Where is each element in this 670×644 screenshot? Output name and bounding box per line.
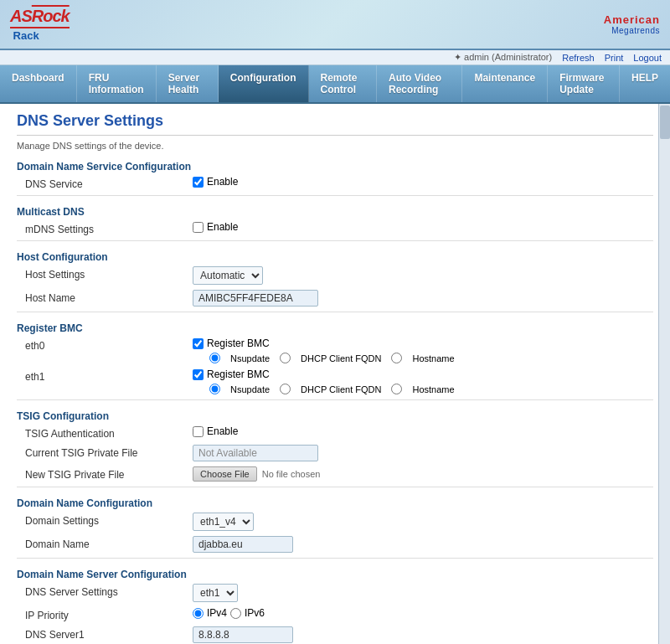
- row-domain-name: Domain Name djabba.eu: [17, 536, 653, 553]
- eth0-bmc-top: Register BMC: [193, 337, 455, 349]
- dns-service-control: Enable: [193, 176, 238, 188]
- current-tsig-control: Not Available: [193, 445, 318, 461]
- ami-logo-american: American: [604, 13, 660, 26]
- nav-help[interactable]: HELP: [620, 65, 670, 102]
- row-dns-server-settings: DNS Server Settings eth1 eth0: [17, 584, 653, 602]
- nav-auto-video[interactable]: Auto Video Recording: [377, 65, 462, 102]
- print-link[interactable]: Print: [605, 53, 624, 63]
- eth0-hostname-radio[interactable]: [391, 353, 402, 363]
- eth0-bmc-options: Nsupdate DHCP Client FQDN Hostname: [193, 353, 455, 363]
- eth0-label: eth0: [25, 337, 193, 352]
- eth0-dhcp-radio[interactable]: [280, 353, 291, 363]
- row-dns-service: DNS Service Enable: [17, 176, 653, 190]
- eth1-bmc-top: Register BMC: [193, 368, 455, 380]
- dns-server-settings-control: eth1 eth0: [193, 584, 238, 602]
- eth0-register-bmc-checkbox[interactable]: [193, 338, 204, 349]
- host-name-control: AMIBC5FF4FEDE8A: [193, 290, 318, 307]
- eth1-bmc-block: Register BMC Nsupdate DHCP Client FQDN H…: [193, 368, 455, 394]
- ipv6-radio[interactable]: [230, 608, 241, 619]
- eth1-register-bmc-checkbox[interactable]: [193, 369, 204, 380]
- eth0-nsupdate-label: Nsupdate: [230, 353, 270, 363]
- main-content: DNS Server Settings Manage DNS settings …: [0, 104, 670, 644]
- eth0-nsupdate-radio[interactable]: [209, 353, 220, 363]
- row-tsig-auth: TSIG Authentication Enable: [17, 425, 653, 440]
- row-host-settings: Host Settings Automatic Manual: [17, 266, 653, 285]
- username: admin: [464, 52, 489, 62]
- section-dns-server: Domain Name Server Configuration: [17, 569, 653, 580]
- dns-server1-label: DNS Server1: [25, 626, 193, 641]
- file-input-area: Choose File No file chosen: [193, 466, 320, 482]
- domain-name-label: Domain Name: [25, 536, 193, 550]
- section-host-config: Host Configuration: [17, 251, 653, 263]
- dns-server-select[interactable]: eth1 eth0: [193, 584, 238, 602]
- dns-service-checkbox[interactable]: [193, 177, 204, 188]
- mdns-label: mDNS Settings: [25, 221, 193, 235]
- section-register-bmc: Register BMC: [17, 322, 653, 334]
- row-eth1: eth1 Register BMC Nsupdate DHCP Client F…: [17, 368, 653, 394]
- eth1-hostname-radio[interactable]: [391, 384, 402, 394]
- eth0-hostname-label: Hostname: [412, 353, 454, 363]
- tsig-auth-label: TSIG Authentication: [25, 425, 193, 440]
- dns-server-settings-label: DNS Server Settings: [25, 584, 193, 598]
- ipv6-label: IPv6: [245, 607, 265, 619]
- nav-dashboard[interactable]: Dashboard: [0, 65, 77, 102]
- tsig-auth-control: Enable: [193, 425, 238, 437]
- refresh-link[interactable]: Refresh: [562, 53, 595, 63]
- host-name-label: Host Name: [25, 290, 193, 304]
- domain-name-input[interactable]: djabba.eu: [193, 536, 293, 553]
- host-name-input[interactable]: AMIBC5FF4FEDE8A: [193, 290, 318, 307]
- eth1-register-bmc-label: Register BMC: [207, 368, 270, 380]
- choose-file-button[interactable]: Choose File: [193, 466, 257, 482]
- rack-logo-text: Rack: [10, 27, 70, 42]
- tsig-auth-checkbox[interactable]: [193, 426, 204, 437]
- ipv4-radio[interactable]: [193, 608, 204, 619]
- page-description: Manage DNS settings of the device.: [17, 141, 653, 151]
- eth1-nsupdate-radio[interactable]: [209, 384, 220, 394]
- nav-bar: Dashboard FRU Information Server Health …: [0, 65, 670, 104]
- current-tsig-label: Current TSIG Private File: [25, 445, 193, 459]
- domain-name-control: djabba.eu: [193, 536, 293, 553]
- logout-link[interactable]: Logout: [633, 53, 662, 63]
- eth1-label: eth1: [25, 368, 193, 383]
- nav-configuration[interactable]: Configuration: [219, 65, 309, 102]
- dns-service-label: DNS Service: [25, 176, 193, 190]
- nav-firmware-update[interactable]: Firmware Update: [548, 65, 620, 102]
- tsig-enable-label: Enable: [207, 425, 238, 437]
- domain-settings-control: eth1_v4 eth0_v4 eth0_v6 eth1_v6: [193, 513, 254, 531]
- eth0-dhcp-label: DHCP Client FQDN: [301, 353, 381, 363]
- nav-maintenance[interactable]: Maintenance: [462, 65, 548, 102]
- mdns-enable-label: Enable: [207, 221, 238, 233]
- mdns-checkbox[interactable]: [193, 222, 204, 233]
- nav-fru-information[interactable]: FRU Information: [77, 65, 157, 102]
- row-ip-priority: IP Priority IPv4 IPv6: [17, 607, 653, 621]
- eth1-dhcp-radio[interactable]: [280, 384, 291, 394]
- host-settings-label: Host Settings: [25, 266, 193, 281]
- logo-area: ASRock Rack: [10, 7, 70, 42]
- dns-service-enable-label: Enable: [207, 176, 238, 188]
- user-info: ✦ admin (Administrator): [454, 52, 552, 63]
- current-tsig-value: Not Available: [193, 445, 318, 461]
- host-settings-select[interactable]: Automatic Manual: [193, 266, 263, 285]
- asrock-logo: ASRock Rack: [10, 7, 70, 42]
- eth0-register-bmc-label: Register BMC: [207, 337, 270, 349]
- asrock-logo-text: ASRock: [10, 7, 70, 26]
- eth1-hostname-label: Hostname: [412, 384, 454, 394]
- section-domain-name: Domain Name Configuration: [17, 497, 653, 509]
- ami-logo: American Megatrends: [604, 13, 660, 35]
- row-eth0: eth0 Register BMC Nsupdate DHCP Client F…: [17, 337, 653, 363]
- mdns-control: Enable: [193, 221, 238, 233]
- user-role: (Administrator): [492, 52, 552, 62]
- section-multicast-dns: Multicast DNS: [17, 206, 653, 218]
- ipv4-label: IPv4: [207, 607, 227, 619]
- nav-server-health[interactable]: Server Health: [157, 65, 219, 102]
- row-mdns: mDNS Settings Enable: [17, 221, 653, 235]
- ami-logo-megatrends: Megatrends: [611, 26, 660, 35]
- dns-server1-input[interactable]: [193, 626, 293, 643]
- nav-remote-control[interactable]: Remote Control: [309, 65, 378, 102]
- row-current-tsig: Current TSIG Private File Not Available: [17, 445, 653, 461]
- row-new-tsig: New TSIG Private File Choose File No fil…: [17, 466, 653, 482]
- section-tsig: TSIG Configuration: [17, 410, 653, 422]
- eth1-dhcp-label: DHCP Client FQDN: [301, 384, 381, 394]
- row-host-name: Host Name AMIBC5FF4FEDE8A: [17, 290, 653, 307]
- domain-settings-select[interactable]: eth1_v4 eth0_v4 eth0_v6 eth1_v6: [193, 513, 254, 531]
